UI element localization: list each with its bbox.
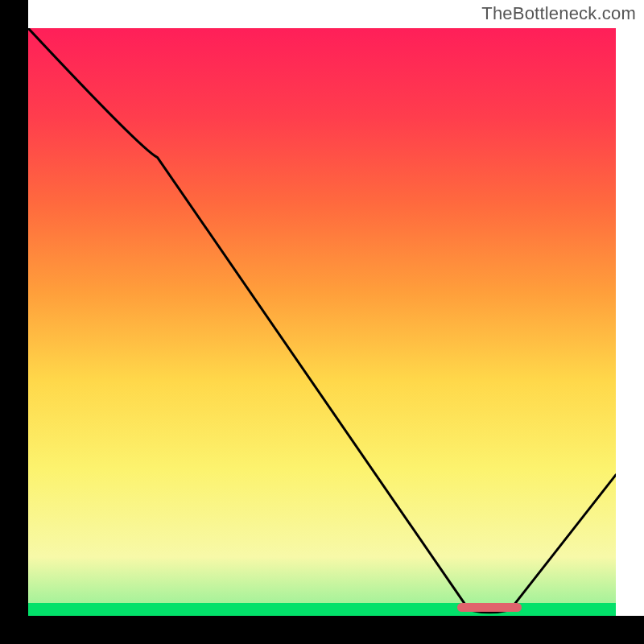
x-axis [0, 616, 644, 644]
bottleneck-curve [28, 28, 616, 616]
y-axis [0, 0, 28, 644]
watermark-text: TheBottleneck.com [481, 3, 636, 24]
chart-frame: TheBottleneck.com [0, 0, 644, 644]
optimum-range-marker [457, 603, 522, 612]
plot-area [28, 28, 616, 616]
